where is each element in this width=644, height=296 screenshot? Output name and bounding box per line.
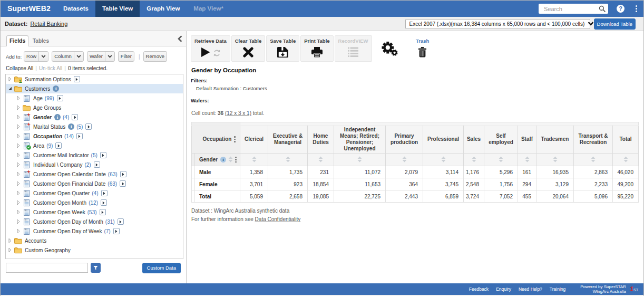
data-cell[interactable]: 11,072 bbox=[334, 166, 386, 178]
data-cell[interactable]: 3,129 bbox=[536, 178, 574, 190]
data-cell[interactable]: 22,725 bbox=[334, 190, 386, 203]
tree-item-customers[interactable]: Customersi bbox=[6, 84, 183, 93]
addto-wafer-dropdown-icon[interactable] bbox=[105, 52, 114, 61]
data-cell[interactable]: 3,745 bbox=[423, 178, 464, 190]
retrieve-data-button[interactable]: Retrieve Data bbox=[191, 35, 230, 62]
sort-icon[interactable] bbox=[472, 156, 476, 164]
row-menu-kebab-icon[interactable] bbox=[235, 157, 237, 163]
info-icon[interactable]: i bbox=[220, 157, 226, 163]
data-cell[interactable]: 3,114 bbox=[423, 166, 464, 178]
column-field-header[interactable]: Occupation bbox=[192, 126, 240, 154]
column-header[interactable]: Transport & Recreation bbox=[574, 126, 613, 154]
data-cell[interactable]: 16,935 bbox=[536, 166, 574, 178]
data-cell[interactable]: 95,220 bbox=[613, 190, 639, 203]
tree-item-age[interactable]: Age(99) bbox=[6, 93, 183, 103]
data-cell[interactable]: 1,735 bbox=[268, 166, 308, 178]
tree-collapsed-icon[interactable] bbox=[7, 77, 13, 82]
tree-collapsed-icon[interactable] bbox=[7, 247, 13, 253]
data-cell[interactable]: 7,052 bbox=[484, 190, 518, 203]
tree-item-gender[interactable]: Genderi(4) bbox=[6, 112, 183, 122]
column-menu-kebab-icon[interactable] bbox=[234, 136, 236, 142]
tree-collapsed-icon[interactable] bbox=[15, 209, 22, 215]
addto-remove-button[interactable]: Remove bbox=[143, 51, 167, 62]
drilldown-arrow-icon[interactable] bbox=[120, 171, 126, 177]
data-cell[interactable]: 2,548 bbox=[464, 178, 484, 190]
data-cell[interactable]: 161 bbox=[518, 166, 536, 178]
nav-tab-table-view[interactable]: Table View bbox=[95, 1, 140, 17]
tree-item-customer-open-calendar-date[interactable]: Customer Open Calendar Date(63) bbox=[6, 169, 183, 179]
row-field-header[interactable]: Genderi bbox=[195, 154, 240, 166]
tree-item-customer-open-day-of-week[interactable]: Customer Open Day of Week(7) bbox=[6, 226, 183, 236]
sort-icon[interactable] bbox=[441, 156, 446, 164]
data-cell[interactable]: 2,863 bbox=[574, 166, 613, 178]
column-header[interactable]: Clerical bbox=[240, 126, 268, 154]
data-cell[interactable]: 46,020 bbox=[613, 166, 639, 178]
data-cell[interactable]: 364 bbox=[386, 178, 423, 190]
data-cell[interactable]: 1,176 bbox=[464, 166, 484, 178]
data-cell[interactable]: 5,059 bbox=[240, 190, 268, 203]
tree-item-customer-open-day-of-month[interactable]: Customer Open Day of Month(31) bbox=[6, 217, 183, 226]
tree-collapsed-icon[interactable] bbox=[15, 171, 22, 177]
custom-data-button[interactable]: Custom Data bbox=[142, 263, 181, 273]
tree-item-custom-geography[interactable]: Custom Geography bbox=[6, 245, 183, 255]
footer-link-enquiry[interactable]: Enquiry bbox=[496, 287, 511, 292]
tree-item-summation-options[interactable]: ΣSummation Options bbox=[6, 74, 183, 84]
table-options-gears-icon[interactable] bbox=[381, 41, 399, 57]
tree-collapsed-icon[interactable] bbox=[15, 181, 22, 186]
cell-count-link[interactable]: (12 x 3 x 1) bbox=[225, 110, 251, 116]
sort-icon[interactable] bbox=[402, 156, 407, 164]
data-cell[interactable]: 11,653 bbox=[334, 178, 386, 190]
drilldown-arrow-icon[interactable] bbox=[100, 209, 106, 215]
data-cell[interactable]: 3,701 bbox=[240, 178, 268, 190]
tree-item-accounts[interactable]: Accounts bbox=[6, 236, 183, 245]
drilldown-arrow-icon[interactable] bbox=[94, 161, 100, 168]
data-cell[interactable]: 3,724 bbox=[464, 190, 484, 203]
field-filter-input[interactable] bbox=[6, 263, 87, 272]
row-label[interactable]: Female bbox=[195, 178, 240, 190]
export-format-select[interactable]: Excel 2007 (.xlsx)(max 16,384 columns x … bbox=[405, 19, 590, 29]
tree-collapsed-icon[interactable] bbox=[15, 133, 22, 139]
drilldown-arrow-icon[interactable] bbox=[74, 76, 80, 82]
data-cell[interactable]: 5,296 bbox=[484, 166, 518, 178]
drilldown-arrow-icon[interactable] bbox=[100, 152, 106, 158]
data-cell[interactable]: 2,443 bbox=[386, 190, 423, 203]
addto-wafer-button[interactable]: Wafer bbox=[87, 51, 115, 62]
save-table-button[interactable]: Save Table bbox=[266, 35, 299, 62]
sort-icon[interactable] bbox=[318, 156, 323, 164]
addto-row-dropdown-icon[interactable] bbox=[38, 52, 48, 61]
column-header[interactable]: Executive & Managerial bbox=[268, 126, 308, 154]
sort-icon[interactable] bbox=[499, 156, 503, 164]
tree-collapsed-icon[interactable] bbox=[15, 143, 22, 148]
tree-collapsed-icon[interactable] bbox=[15, 200, 22, 205]
tree-item-marital-status[interactable]: Marital Statusi(5) bbox=[6, 122, 183, 131]
tab-tables[interactable]: Tables bbox=[33, 38, 49, 44]
addto-column-dropdown-icon[interactable] bbox=[74, 52, 83, 61]
clear-table-button[interactable]: Clear Table bbox=[231, 35, 266, 62]
drilldown-arrow-icon[interactable] bbox=[101, 199, 107, 206]
addto-filter-button[interactable]: Filter bbox=[118, 51, 134, 62]
info-icon[interactable]: i bbox=[53, 85, 59, 92]
column-header[interactable]: Home Duties bbox=[308, 126, 334, 154]
drilldown-arrow-icon[interactable] bbox=[118, 218, 124, 225]
column-header[interactable]: Self employed bbox=[484, 126, 518, 154]
data-cell[interactable]: 2,233 bbox=[574, 178, 613, 190]
sort-icon[interactable] bbox=[525, 156, 530, 164]
tree-collapsed-icon[interactable] bbox=[15, 219, 22, 224]
drilldown-arrow-icon[interactable] bbox=[113, 228, 120, 234]
tree-collapsed-icon[interactable] bbox=[15, 190, 22, 196]
data-cell[interactable]: 294 bbox=[518, 178, 536, 190]
tree-collapsed-icon[interactable] bbox=[15, 105, 22, 110]
data-cell[interactable]: 2,658 bbox=[268, 190, 308, 203]
info-icon[interactable]: i bbox=[68, 123, 74, 130]
footer-link-feedback[interactable]: Feedback bbox=[469, 287, 489, 292]
data-cell[interactable]: 1,358 bbox=[240, 166, 268, 178]
row-label[interactable]: Total bbox=[195, 190, 240, 203]
tree-item-customer-mail-indicator[interactable]: Customer Mail Indicator(5) bbox=[6, 150, 183, 160]
tree-collapsed-icon[interactable] bbox=[15, 96, 22, 101]
tree-collapsed-icon[interactable] bbox=[15, 114, 22, 120]
data-cell[interactable]: 18,854 bbox=[308, 178, 334, 190]
info-icon[interactable]: i bbox=[54, 114, 61, 120]
drilldown-arrow-icon[interactable] bbox=[55, 142, 62, 149]
sort-icon[interactable] bbox=[228, 156, 233, 164]
column-header[interactable]: Independent Means; Retired; Pensioner; U… bbox=[334, 126, 386, 154]
